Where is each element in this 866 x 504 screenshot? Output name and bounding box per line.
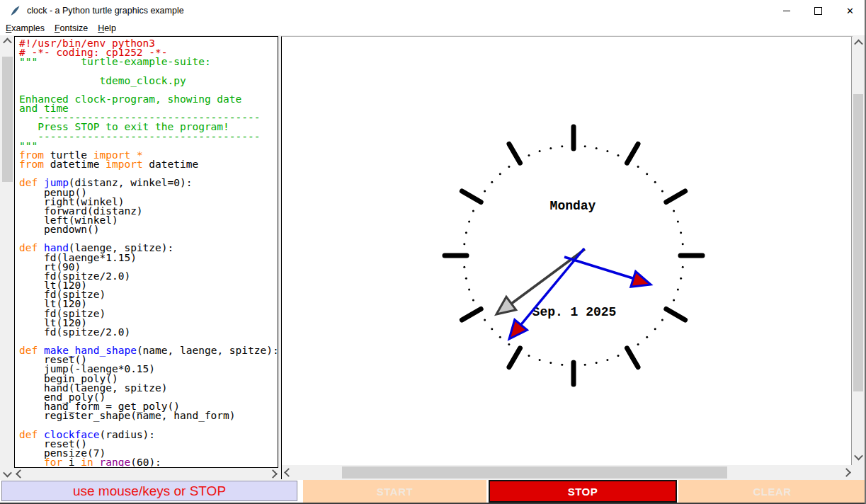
minute-dot: [484, 319, 486, 321]
minute-dot: [508, 166, 510, 168]
code-line: """ turtle-example-suite:: [19, 57, 277, 67]
hour-tick: [462, 191, 481, 202]
minute-dot: [617, 154, 620, 156]
status-label: use mouse/keys or STOP: [1, 481, 297, 501]
start-button[interactable]: START: [303, 480, 486, 503]
code-line: tdemo_clock.py: [19, 76, 277, 86]
minute-dot: [596, 362, 598, 364]
minute-dot: [465, 277, 467, 280]
scroll-left-arrow-icon[interactable]: [283, 466, 294, 479]
minute-dot: [654, 181, 656, 183]
menu-bar: ExamplesFontsizeHelp: [0, 21, 866, 36]
minute-dot: [465, 231, 467, 234]
minute-dot: [472, 299, 474, 302]
scrollbar-thumb[interactable]: [342, 466, 727, 479]
minute-dot: [528, 355, 530, 357]
code-line: pendown(): [19, 225, 277, 234]
minute-dot: [637, 166, 639, 168]
minute-dot: [637, 343, 639, 345]
minute-dot: [484, 190, 486, 192]
minute-dot: [606, 150, 608, 152]
scroll-left-arrow-icon[interactable]: [15, 468, 25, 479]
minute-dot: [549, 362, 552, 364]
scroll-up-arrow-icon[interactable]: [853, 37, 864, 48]
minute-dot: [661, 319, 663, 321]
menu-fontsize[interactable]: Fontsize: [50, 23, 92, 34]
date-label: Sep. 1 2025: [532, 305, 617, 319]
minute-dot: [584, 145, 586, 147]
window-titlebar: clock - a Python turtle graphics example…: [0, 0, 866, 21]
window-title: clock - a Python turtle graphics example: [27, 6, 184, 16]
minute-dot: [646, 336, 648, 338]
minute-dot: [682, 243, 684, 245]
close-icon: ✕: [846, 6, 854, 16]
minimize-button[interactable]: [770, 0, 802, 21]
close-button[interactable]: ✕: [834, 0, 866, 21]
turtle-canvas[interactable]: MondaySep. 1 2025: [282, 37, 852, 465]
turtledemo-window: clock - a Python turtle graphics example…: [0, 0, 866, 504]
window-controls: ✕: [770, 0, 866, 21]
scrollbar-thumb[interactable]: [853, 94, 863, 391]
weekday-label: Monday: [550, 199, 596, 213]
minute-dot: [499, 173, 501, 175]
minute-dot: [528, 154, 530, 156]
minute-dot: [646, 173, 648, 175]
hour-tick: [509, 144, 520, 163]
minute-dot: [680, 231, 682, 234]
stop-button[interactable]: STOP: [489, 480, 677, 503]
code-horizontal-scrollbar[interactable]: [15, 468, 278, 479]
code-line: fd(spitze/2.0): [19, 328, 277, 337]
minute-dot: [680, 277, 682, 280]
code-line: ------------------------------------: [19, 132, 277, 142]
menu-help[interactable]: Help: [93, 23, 120, 34]
minute-dot: [617, 355, 620, 357]
second-hand-arrowhead: [509, 320, 528, 339]
minute-dot: [682, 266, 684, 268]
code-vertical-scrollbar[interactable]: [1, 35, 13, 479]
clear-button[interactable]: CLEAR: [678, 480, 866, 503]
hour-tick: [627, 348, 639, 367]
code-editor[interactable]: #!/usr/bin/env python3# -*- coding: cp12…: [14, 36, 278, 468]
minute-dot: [677, 221, 679, 223]
minute-dot: [654, 328, 656, 330]
minute-dot: [561, 364, 563, 366]
code-line: from datetime import datetime: [19, 160, 277, 169]
python-feather-icon: [9, 5, 21, 16]
hour-tick: [509, 348, 520, 367]
hour-tick: [666, 191, 685, 202]
minute-dot: [468, 288, 470, 290]
minute-dot: [673, 210, 675, 212]
minute-dot: [508, 343, 510, 345]
hour-tick: [666, 309, 685, 321]
minute-dot: [584, 364, 586, 366]
scrollbar-thumb[interactable]: [2, 57, 13, 182]
code-text[interactable]: #!/usr/bin/env python3# -*- coding: cp12…: [16, 38, 277, 466]
minute-dot: [661, 190, 663, 192]
scroll-down-arrow-icon[interactable]: [1, 468, 13, 479]
hour-hand-arrowhead: [496, 297, 516, 314]
minute-dot: [561, 145, 563, 147]
minimize-icon: [783, 11, 790, 11]
minute-dot: [539, 150, 541, 152]
scroll-right-arrow-icon[interactable]: [268, 468, 278, 479]
minute-dot: [463, 266, 465, 268]
minute-dot: [673, 299, 675, 302]
minute-hand-arrowhead: [631, 271, 651, 287]
maximize-button[interactable]: [802, 0, 834, 21]
minute-dot: [549, 147, 552, 149]
hour-tick: [462, 309, 481, 321]
clock-drawing: MondaySep. 1 2025: [282, 37, 852, 465]
maximize-icon: [814, 7, 822, 15]
hour-tick: [627, 144, 639, 163]
canvas-vertical-scrollbar[interactable]: [853, 37, 864, 462]
minute-dot: [677, 288, 679, 290]
minute-dot: [468, 221, 470, 223]
scroll-right-arrow-icon[interactable]: [841, 466, 852, 479]
minute-dot: [499, 336, 501, 338]
scroll-down-arrow-icon[interactable]: [853, 451, 864, 462]
menu-examples[interactable]: Examples: [1, 23, 49, 34]
minute-dot: [606, 359, 608, 361]
scroll-up-arrow-icon[interactable]: [1, 35, 13, 47]
minute-dot: [463, 243, 465, 245]
canvas-horizontal-scrollbar[interactable]: [283, 466, 852, 479]
